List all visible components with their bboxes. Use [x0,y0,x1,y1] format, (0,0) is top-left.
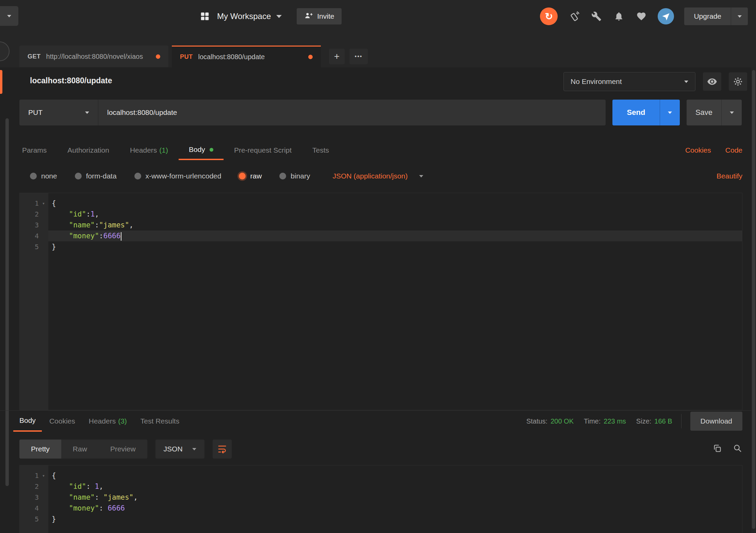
view-preview-button[interactable]: Preview [99,440,147,459]
method-value: PUT [28,108,43,117]
line-number: 4 [20,503,39,514]
code-line[interactable]: 5} [20,241,742,252]
code-line[interactable]: 4 "money":6666 [20,230,742,241]
response-tab-test-results[interactable]: Test Results [141,417,179,425]
request-tab-put-active[interactable]: PUT localhost:8080/update [172,46,321,67]
tab-tests[interactable]: Tests [312,146,329,154]
response-format-select[interactable]: JSON [155,440,204,459]
collapsed-sidebar-toggle[interactable] [0,6,18,26]
cookies-link[interactable]: Cookies [685,146,711,154]
tab-headers-label: Headers [130,146,157,154]
code-link[interactable]: Code [725,146,742,154]
code-line[interactable]: 4 "money": 6666 [20,503,742,514]
tab-params[interactable]: Params [22,146,47,154]
code-line[interactable]: 1▾{ [20,198,742,209]
tab-url: localhost:8080/update [198,53,303,61]
tab-body[interactable]: Body [179,140,224,160]
save-split-button: Save [687,100,742,125]
search-button[interactable] [733,444,742,454]
content-type-select[interactable]: JSON (application/json) [333,172,424,180]
response-tab-cookies[interactable]: Cookies [49,417,75,425]
user-avatar[interactable] [658,8,674,24]
mode-none[interactable]: none [30,172,57,180]
beautify-link[interactable]: Beautify [717,172,742,180]
mode-binary[interactable]: binary [279,172,310,180]
notifications-bell-icon[interactable] [613,10,625,22]
mode-urlencoded[interactable]: x-www-form-urlencoded [134,172,221,180]
response-tab-headers[interactable]: Headers(3) [89,417,127,425]
send-options-button[interactable] [660,100,680,125]
tab-options-button[interactable]: ••• [349,49,368,64]
code-line[interactable]: 2 "id": 1, [20,481,742,492]
request-body-editor[interactable]: 1▾{2 "id":1,3 "name":"james",4 "money":6… [19,193,742,410]
status-badge: 200 OK [550,417,574,425]
grid-icon [199,10,211,22]
sync-status-icon[interactable]: ↻ [540,7,558,25]
settings-button[interactable] [729,72,747,91]
new-tab-button[interactable]: + [329,49,345,64]
download-button[interactable]: Download [690,412,742,431]
view-pretty-button[interactable]: Pretty [19,440,61,459]
tab-method-put: PUT [180,53,193,61]
code-line[interactable]: 3 "name":"james", [20,220,742,230]
line-number: 1 [20,470,39,481]
upgrade-split-button: Upgrade [684,7,748,25]
save-options-button[interactable] [721,100,742,125]
workspace-chevron-icon[interactable] [276,15,282,18]
mode-none-label: none [41,172,57,180]
sidebar-scrollbar[interactable] [5,118,9,486]
tab-method-get: GET [28,53,41,60]
response-body-viewer[interactable]: 1▾{2 "id": 1,3 "name": "james",4 "money"… [19,465,742,533]
url-bar: PUT localhost:8080/update [19,100,606,125]
fold-chevron-icon[interactable]: ▾ [39,470,48,481]
environment-quick-look-button[interactable] [703,72,721,91]
response-headers-label: Headers [89,417,116,425]
fold-spacer [39,220,48,230]
invite-button[interactable]: Invite [297,8,342,24]
line-number: 5 [20,241,39,252]
response-tab-body[interactable]: Body [13,411,42,432]
method-select[interactable]: PUT [19,100,98,125]
status-label: Status: [526,417,547,425]
wrap-text-button[interactable] [213,440,232,459]
api-network-icon[interactable] [568,10,580,22]
page-scrollbar-thumb[interactable] [752,70,755,529]
line-number: 4 [20,230,39,241]
copy-button[interactable] [712,444,722,454]
response-actions [712,444,742,454]
send-button[interactable]: Send [612,100,660,125]
tab-authorization[interactable]: Authorization [67,146,109,154]
code-line[interactable]: 3 "name": "james", [20,492,742,503]
fold-spacer [39,492,48,503]
url-input[interactable]: localhost:8080/update [98,108,177,117]
code-text: "id":1, [48,209,742,220]
mode-form-data[interactable]: form-data [75,172,117,180]
chevron-down-icon [85,111,89,114]
view-raw-button[interactable]: Raw [61,440,99,459]
time-value: 223 ms [604,417,626,425]
upgrade-menu-button[interactable] [731,7,748,25]
code-text: { [48,470,742,481]
unsaved-changes-dot [156,54,160,59]
mode-raw[interactable]: raw [239,172,262,180]
wrench-icon[interactable] [590,10,603,22]
code-line[interactable]: 2 "id":1, [20,209,742,220]
heart-icon[interactable] [635,10,647,22]
request-section-tabs: Params Authorization Headers(1) Body Pre… [22,140,742,160]
fold-chevron-icon[interactable]: ▾ [39,198,48,209]
code-line[interactable]: 1▾{ [20,470,742,481]
request-title[interactable]: localhost:8080/update [30,76,112,85]
save-button[interactable]: Save [687,100,721,125]
workspace-name[interactable]: My Workspace [217,12,271,21]
environment-select[interactable]: No Environment [563,72,695,91]
upgrade-button[interactable]: Upgrade [684,7,731,25]
fold-spacer [39,481,48,492]
response-headers-count-badge: (3) [118,417,127,425]
tab-pre-request-script[interactable]: Pre-request Script [234,146,292,154]
request-tab-get[interactable]: GET http://localhost:8080/novel/xiaos [19,46,168,67]
code-line[interactable]: 5} [20,514,742,525]
tab-headers[interactable]: Headers(1) [130,146,168,154]
invite-user-icon [304,11,313,22]
fold-spacer [39,209,48,220]
code-text: } [48,241,742,252]
